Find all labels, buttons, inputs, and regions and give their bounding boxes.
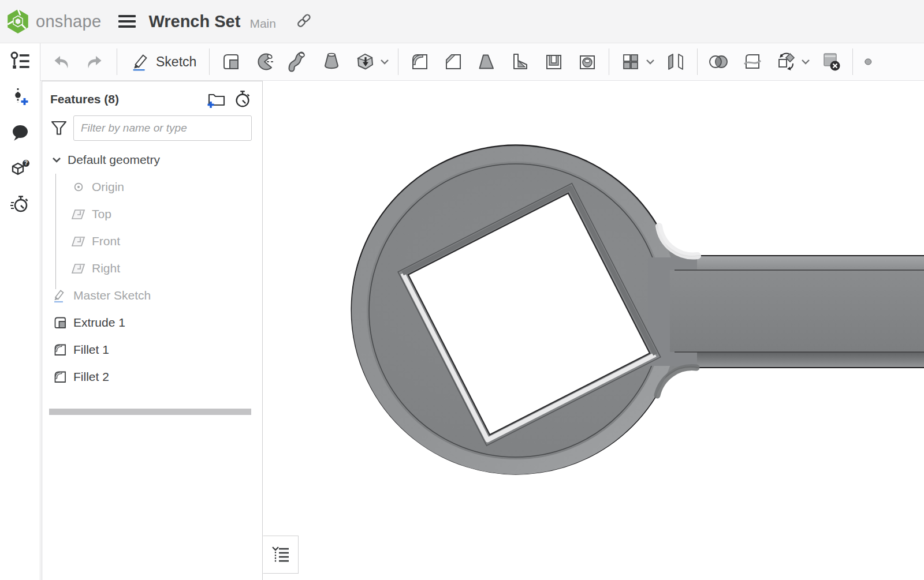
feature-item-front-plane[interactable]: Front xyxy=(42,227,262,255)
feature-item-top-plane[interactable]: Top xyxy=(42,200,262,227)
redo-button[interactable] xyxy=(84,48,107,76)
cube-down-arrow-icon xyxy=(354,51,376,73)
filter-funnel-icon xyxy=(49,119,69,137)
tree-group-default-geometry[interactable]: Default geometry xyxy=(42,146,262,173)
feature-list-tab-icon xyxy=(271,544,290,565)
svg-text:?: ? xyxy=(24,160,27,166)
draft-button[interactable] xyxy=(475,48,498,76)
feature-item-extrude-1[interactable]: Extrude 1 xyxy=(42,309,262,336)
help-models-button[interactable]: ? xyxy=(8,156,33,181)
feature-item-master-sketch[interactable]: Master Sketch xyxy=(42,282,262,309)
boss-group-chevron[interactable] xyxy=(379,48,390,76)
partial-icon xyxy=(863,51,872,73)
modify-fillet-button[interactable] xyxy=(863,48,872,76)
logo-text: onshape xyxy=(36,12,101,31)
features-panel-header: Features (8) xyxy=(50,89,253,109)
redo-icon xyxy=(85,52,105,72)
sketch-button-label: Sketch xyxy=(156,54,196,70)
rollback-bar[interactable] xyxy=(49,409,251,415)
pattern-group-chevron[interactable] xyxy=(645,48,655,76)
linear-pattern-button[interactable] xyxy=(619,48,642,76)
feature-toolbar: Sketch xyxy=(40,43,924,81)
chevron-down-icon[interactable] xyxy=(49,156,64,164)
shell-icon xyxy=(543,51,565,73)
shell-button[interactable] xyxy=(542,48,565,76)
hole-icon xyxy=(576,51,598,73)
loft-icon xyxy=(321,51,342,73)
chevron-down-icon xyxy=(380,59,389,65)
thicken-button[interactable] xyxy=(353,48,377,76)
features-panel: Features (8) xyxy=(42,81,263,580)
chamfer-button[interactable] xyxy=(442,48,465,76)
handle-top-chamfer xyxy=(697,256,924,270)
workspace-label: Main xyxy=(249,17,276,31)
feature-label: Master Sketch xyxy=(73,289,151,302)
mirror-button[interactable] xyxy=(664,48,687,76)
extrude-icon xyxy=(220,51,242,73)
transform-group-chevron[interactable] xyxy=(800,48,811,76)
draft-icon xyxy=(476,51,498,73)
boolean-button[interactable] xyxy=(707,48,731,76)
feature-tree: Default geometry Origin Top xyxy=(42,146,262,390)
hole-button[interactable] xyxy=(576,48,599,76)
mirror-icon xyxy=(665,51,687,73)
feature-label: Fillet 1 xyxy=(73,343,109,357)
feature-label: Right xyxy=(92,261,120,275)
extrude-button[interactable] xyxy=(219,48,243,76)
fillet-icon xyxy=(51,342,69,357)
feature-filter-input[interactable] xyxy=(73,115,252,141)
sweep-button[interactable] xyxy=(286,48,310,76)
toolbar-separator xyxy=(398,48,398,75)
document-menu-icon[interactable] xyxy=(118,15,136,28)
loft-button[interactable] xyxy=(320,48,343,76)
feature-label: Top xyxy=(92,207,111,221)
undo-button[interactable] xyxy=(50,48,73,76)
versions-button[interactable] xyxy=(8,84,33,110)
origin-icon xyxy=(70,182,87,192)
extrude-icon xyxy=(51,315,69,330)
add-folder-button[interactable] xyxy=(206,89,226,110)
folder-plus-icon xyxy=(206,89,226,110)
linear-pattern-icon xyxy=(620,51,642,73)
feature-rollback-history-button[interactable] xyxy=(232,89,253,110)
feature-label: Extrude 1 xyxy=(73,316,125,330)
fillet-button[interactable] xyxy=(408,48,431,76)
fillet-icon xyxy=(51,369,69,384)
feature-label: Fillet 2 xyxy=(73,370,109,384)
toolbar-separator xyxy=(852,48,853,75)
handle-bottom-chamfer xyxy=(697,352,924,367)
sketch-pencil-icon xyxy=(51,287,69,304)
transform-button[interactable] xyxy=(774,48,798,76)
sketch-button[interactable]: Sketch xyxy=(130,51,196,73)
plane-icon xyxy=(70,262,87,275)
toolbar-separator xyxy=(697,48,698,75)
tree-connector-line xyxy=(55,174,56,289)
stopwatch-icon xyxy=(233,89,252,109)
share-link-icon[interactable] xyxy=(296,12,312,32)
chevron-down-icon xyxy=(801,59,810,65)
feature-item-right-plane[interactable]: Right xyxy=(42,255,262,282)
revolve-icon xyxy=(254,51,275,73)
history-button[interactable] xyxy=(8,192,33,217)
top-bar: onshape Wrench Set Main xyxy=(0,0,924,43)
feature-list-flyout-tab[interactable] xyxy=(263,536,299,574)
transform-icon xyxy=(775,51,797,73)
onshape-logo[interactable]: onshape xyxy=(6,8,101,35)
feature-item-fillet-2[interactable]: Fillet 2 xyxy=(42,363,262,390)
delete-part-button[interactable] xyxy=(819,48,843,76)
undo-icon xyxy=(52,52,72,72)
handle-face xyxy=(670,270,924,352)
feature-list-toggle-button[interactable] xyxy=(8,48,33,74)
revolve-button[interactable] xyxy=(253,48,276,76)
feature-item-fillet-1[interactable]: Fillet 1 xyxy=(42,336,262,363)
cube-question-icon: ? xyxy=(10,159,31,178)
comments-button[interactable] xyxy=(8,120,33,145)
feature-label: Origin xyxy=(92,180,124,194)
rib-button[interactable] xyxy=(509,48,532,76)
rib-icon xyxy=(509,51,531,73)
filter-row xyxy=(49,115,252,141)
feature-item-origin[interactable]: Origin xyxy=(42,173,262,200)
features-title: Features (8) xyxy=(50,92,200,106)
split-button[interactable] xyxy=(741,48,764,76)
document-title: Wrench Set xyxy=(148,12,240,31)
